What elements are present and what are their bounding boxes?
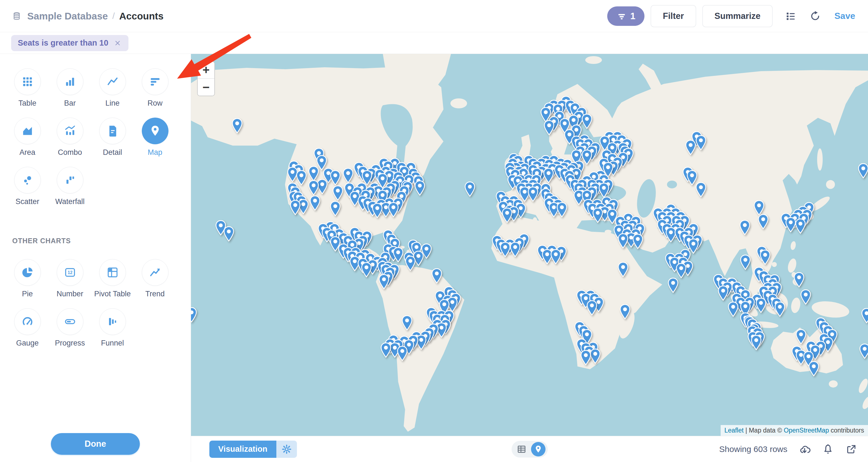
map-pin[interactable]: [685, 140, 696, 155]
map-pin[interactable]: [695, 182, 707, 197]
chart-type-area[interactable]: Area: [6, 118, 49, 167]
chart-type-line[interactable]: Line: [91, 68, 134, 118]
map-pin[interactable]: [342, 167, 354, 183]
map-pin[interactable]: [231, 118, 243, 134]
refresh-icon[interactable]: [809, 10, 822, 23]
alerts-bell-icon[interactable]: [822, 443, 834, 455]
summarize-button[interactable]: Summarize: [702, 5, 773, 27]
map-pin[interactable]: [361, 262, 372, 278]
breadcrumb-table[interactable]: Accounts: [119, 10, 163, 22]
chart-type-funnel[interactable]: Funnel: [91, 308, 134, 358]
chart-type-bar[interactable]: Bar: [49, 68, 91, 118]
map-pin[interactable]: [739, 220, 751, 235]
map-pin[interactable]: [774, 301, 786, 317]
map-pin[interactable]: [581, 114, 593, 129]
map-pin[interactable]: [753, 200, 765, 216]
chart-type-pie[interactable]: Pie: [6, 259, 49, 308]
visualization-button[interactable]: Visualization: [209, 440, 276, 458]
map-pin[interactable]: [223, 226, 235, 242]
leaflet-link[interactable]: Leaflet: [724, 427, 744, 434]
map-pin[interactable]: [550, 249, 562, 265]
map-pin[interactable]: [592, 207, 603, 223]
map-pin[interactable]: [861, 308, 868, 324]
filter-button[interactable]: Filter: [651, 5, 696, 27]
map-view-toggle-icon[interactable]: [531, 442, 546, 457]
filter-chip[interactable]: Seats is greater than 10: [11, 35, 128, 51]
map-pin[interactable]: [808, 361, 819, 377]
map-pin[interactable]: [464, 182, 476, 197]
chart-type-row[interactable]: Row: [134, 68, 176, 118]
map-pin[interactable]: [859, 343, 868, 359]
chart-type-progress[interactable]: Progress: [49, 308, 91, 358]
map-pin[interactable]: [330, 201, 341, 217]
map-pin[interactable]: [527, 187, 539, 202]
map-pin[interactable]: [405, 255, 416, 271]
download-icon[interactable]: [799, 443, 811, 455]
map-pin[interactable]: [598, 183, 610, 198]
map-pin[interactable]: [388, 202, 399, 218]
map-pin[interactable]: [793, 272, 805, 288]
map-pin[interactable]: [308, 180, 319, 195]
map-pin[interactable]: [727, 301, 739, 317]
map-pin[interactable]: [556, 202, 568, 218]
map-pin[interactable]: [617, 233, 629, 248]
notebook-icon[interactable]: [784, 10, 797, 23]
chart-type-number[interactable]: 12Number: [49, 259, 91, 308]
map-pin[interactable]: [380, 342, 392, 358]
map-pin[interactable]: [617, 261, 629, 277]
map-pin[interactable]: [330, 170, 341, 186]
chart-type-pivot[interactable]: Pivot Table: [91, 259, 134, 308]
chart-type-trend[interactable]: Trend: [134, 259, 176, 308]
breadcrumb-database[interactable]: Sample Database: [27, 10, 108, 22]
visualization-settings-gear-icon[interactable]: [276, 440, 297, 458]
map-pin[interactable]: [543, 167, 554, 183]
map-pin[interactable]: [632, 234, 644, 249]
map-pin[interactable]: [586, 300, 598, 316]
save-button[interactable]: Save: [834, 11, 855, 21]
map-pin[interactable]: [858, 163, 868, 179]
map-pin[interactable]: [191, 307, 197, 323]
chart-type-map[interactable]: Map: [134, 118, 176, 167]
chart-type-table[interactable]: Table: [6, 68, 49, 118]
map-pin[interactable]: [392, 247, 404, 263]
map-pin[interactable]: [755, 298, 767, 313]
map-pin[interactable]: [580, 350, 592, 366]
map-pin[interactable]: [619, 304, 631, 320]
map-pin[interactable]: [543, 120, 555, 136]
map-pin[interactable]: [800, 289, 812, 305]
map-pin[interactable]: [757, 214, 769, 229]
done-button[interactable]: Done: [51, 433, 140, 455]
chart-type-combo[interactable]: Combo: [49, 118, 91, 167]
sharing-embed-icon[interactable]: [845, 443, 858, 455]
chart-type-waterfall[interactable]: Waterfall: [49, 167, 91, 216]
chart-type-scatter[interactable]: Scatter: [6, 167, 49, 216]
active-filter-count-badge[interactable]: 1: [607, 6, 645, 26]
map-pin[interactable]: [667, 278, 679, 293]
map-pin[interactable]: [289, 200, 301, 215]
map-pin[interactable]: [759, 249, 771, 265]
map-pin[interactable]: [795, 218, 806, 234]
map-pin[interactable]: [414, 180, 426, 196]
map-pin[interactable]: [740, 254, 751, 270]
map-pin[interactable]: [750, 335, 762, 350]
map-pin[interactable]: [501, 207, 513, 223]
map-pin[interactable]: [309, 195, 321, 211]
map-pin[interactable]: [431, 268, 443, 284]
map-pin[interactable]: [371, 203, 383, 218]
openstreetmap-link[interactable]: OpenStreetMap: [784, 427, 829, 434]
zoom-out-button[interactable]: −: [198, 79, 214, 96]
map-pin[interactable]: [509, 242, 521, 257]
zoom-in-button[interactable]: +: [198, 62, 214, 79]
chart-type-gauge[interactable]: Gauge: [6, 308, 49, 358]
map-pin[interactable]: [332, 185, 344, 201]
map-pin[interactable]: [717, 285, 729, 301]
map-pin[interactable]: [695, 135, 707, 150]
table-view-toggle-icon[interactable]: [514, 441, 529, 457]
chart-type-detail[interactable]: Detail: [91, 118, 134, 167]
map-pin[interactable]: [378, 274, 390, 289]
map-pin[interactable]: [401, 315, 413, 331]
close-icon[interactable]: [114, 39, 122, 47]
map-pin[interactable]: [675, 263, 687, 279]
map-pin[interactable]: [397, 346, 408, 361]
leaflet-map[interactable]: + − Leaflet | Map data © OpenStreetMap c…: [191, 54, 868, 436]
